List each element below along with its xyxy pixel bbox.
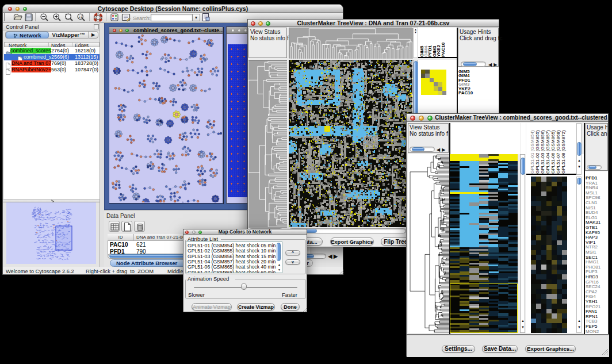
- svg-text:PAC10: PAC10: [441, 42, 446, 57]
- svg-text:GPL51-07 (GSM868): GPL51-07 (GSM868): [556, 130, 561, 174]
- svg-text:GPL51-06 (GSM865): GPL51-06 (GSM865): [550, 130, 556, 174]
- svg-text:GPL51-03 (GSM856): GPL51-03 (GSM856): [540, 130, 545, 174]
- svg-text:1:1: 1:1: [78, 15, 82, 18]
- svg-text:GPL51-04 (GSM857): GPL51-04 (GSM857): [545, 130, 550, 174]
- svg-text:GPL51-02 (GSM855): GPL51-02 (GSM855): [535, 130, 540, 174]
- svg-text:GPL51-01 (GSM854): GPL51-01 (GSM854): [530, 130, 535, 174]
- svg-text:GPL51-08 (GSM872): GPL51-08 (GSM872): [561, 130, 566, 174]
